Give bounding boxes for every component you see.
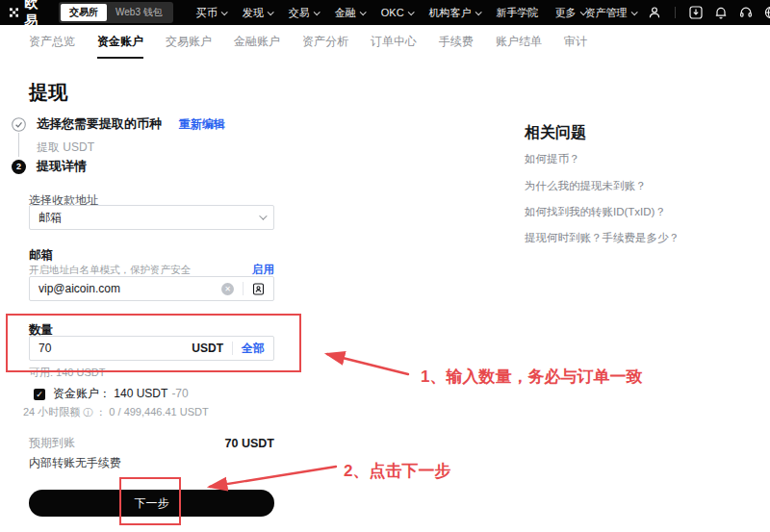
faq-item-find-txid[interactable]: 如何找到我的转账ID(TxID)？	[525, 205, 666, 219]
download-app-icon[interactable]	[689, 6, 703, 19]
subnav-fees[interactable]: 手续费	[439, 34, 474, 50]
currency-label: USDT	[192, 342, 223, 355]
nav-trade[interactable]: 交易	[289, 6, 319, 20]
faq-item-how-to-withdraw[interactable]: 如何提币？	[525, 152, 580, 166]
step2-label: 提现详情	[37, 158, 87, 175]
nav-discover[interactable]: 发现	[243, 6, 272, 20]
whitelist-hint: 开启地址白名单模式，保护资产安全	[29, 264, 191, 277]
subnav-trading-account[interactable]: 交易账户	[166, 34, 212, 50]
address-type-value: 邮箱	[38, 210, 62, 226]
topbar-divider	[675, 7, 676, 18]
nav-finance[interactable]: 金融	[335, 6, 365, 20]
max-amount-link[interactable]: 全部	[242, 341, 265, 357]
annotation-note-2: 2、点击下一步	[344, 460, 450, 482]
topbar-right: 资产管理	[585, 6, 770, 20]
chevron-down-icon	[359, 9, 366, 15]
input-divider	[232, 342, 233, 355]
amount-input-box: USDT 全部	[29, 336, 274, 361]
daily-limit-row: 24 小时限额 ⓘ ： 0 / 499,446.41 USDT	[23, 405, 209, 419]
topbar-menu: 买币 发现 交易 金融 OKC 机构客户 新手学院 更多	[196, 6, 585, 20]
toggle-web3-wallet[interactable]: Web3 钱包	[107, 4, 171, 21]
address-type-select[interactable]: 邮箱	[29, 205, 274, 230]
available-balance: 可用: 140 USDT	[29, 366, 105, 380]
expected-arrival-value: 70 USDT	[225, 437, 274, 450]
chevron-down-icon	[475, 9, 481, 15]
expected-arrival-row: 预期到账 70 USDT	[29, 435, 274, 451]
subnav-funding-account[interactable]: 资金账户	[97, 34, 143, 50]
nav-academy[interactable]: 新手学院	[497, 6, 539, 20]
support-headset-icon[interactable]	[739, 6, 753, 19]
step2-row: 2 提现详情	[12, 158, 87, 175]
language-globe-icon[interactable]	[764, 6, 770, 19]
annotation-note-1: 1、输入数量，务必与订单一致	[421, 366, 642, 388]
step1-check-circle-icon	[12, 117, 26, 132]
step1-summary: 提取 USDT	[37, 139, 94, 156]
whitelist-hint-row: 开启地址白名单模式，保护资产安全 启用	[29, 263, 274, 277]
annotation-arrow-2	[210, 467, 336, 487]
info-icon[interactable]: ⓘ	[83, 406, 92, 419]
input-divider	[243, 282, 244, 295]
email-label: 邮箱	[29, 247, 53, 264]
amount-input[interactable]	[38, 342, 192, 355]
nav-asset-management[interactable]: 资产管理	[585, 6, 636, 20]
subnav-finance-account[interactable]: 金融账户	[234, 34, 280, 50]
chevron-down-icon	[259, 212, 267, 219]
daily-limit-label: 24 小时限额	[23, 405, 80, 419]
subnav-asset-analysis[interactable]: 资产分析	[302, 34, 348, 50]
subnav-account-statement[interactable]: 账户结单	[496, 34, 542, 50]
toggle-exchange[interactable]: 交易所	[61, 4, 107, 21]
nav-buy-crypto[interactable]: 买币	[196, 6, 226, 20]
clear-input-icon[interactable]: ✕	[221, 283, 234, 295]
user-icon[interactable]	[648, 6, 661, 19]
chevron-down-icon	[267, 9, 273, 15]
nav-okc[interactable]: OKC	[381, 7, 413, 18]
okx-logo-icon	[10, 6, 18, 19]
asset-subnav: 资产总览 资金账户 交易账户 金融账户 资产分析 订单中心 手续费 账户结单 审…	[0, 25, 770, 58]
re-edit-link[interactable]: 重新编辑	[179, 116, 225, 133]
nav-more[interactable]: 更多	[555, 6, 585, 20]
step-connector	[18, 133, 19, 157]
annotation-arrow-1	[327, 354, 408, 374]
chevron-down-icon	[407, 9, 414, 15]
next-step-button[interactable]: 下一步	[29, 490, 274, 517]
daily-limit-value: ： 0 / 499,446.41 USDT	[95, 405, 208, 419]
address-book-icon[interactable]	[252, 283, 265, 295]
top-navbar: 欧易 交易所 Web3 钱包 买币 发现 交易 金融 OKC 机构客户 新手学院…	[0, 0, 770, 25]
chevron-down-icon	[313, 9, 320, 15]
nav-institutional[interactable]: 机构客户	[429, 6, 480, 20]
step1-row: 选择您需要提取的币种 重新编辑	[12, 115, 225, 133]
subnav-audit[interactable]: 审计	[564, 34, 587, 50]
faq-item-withdrawal-not-arrived[interactable]: 为什么我的提现未到账？	[525, 179, 647, 193]
account-delta: -70	[171, 387, 188, 400]
chevron-down-icon	[220, 9, 227, 15]
subnav-order-center[interactable]: 订单中心	[371, 34, 417, 50]
okx-withdraw-page: 欧易 交易所 Web3 钱包 买币 发现 交易 金融 OKC 机构客户 新手学院…	[0, 0, 770, 532]
faq-item-arrival-time-fees[interactable]: 提现何时到账？手续费是多少？	[525, 231, 680, 245]
subnav-asset-overview[interactable]: 资产总览	[29, 34, 75, 50]
enable-whitelist-link[interactable]: 启用	[252, 263, 274, 277]
funding-account-checkbox[interactable]: ✓	[34, 389, 45, 400]
product-toggle: 交易所 Web3 钱包	[59, 2, 173, 23]
fee-note: 内部转账无手续费	[29, 455, 121, 471]
funding-account-row: ✓ 资金账户： 140 USDT-70	[34, 386, 189, 402]
page-title: 提现	[29, 80, 67, 106]
email-input-box: ✕	[29, 276, 274, 301]
chevron-down-icon	[630, 9, 637, 15]
funding-account-text: 资金账户： 140 USDT-70	[53, 386, 189, 402]
step1-label: 选择您需要提取的币种	[37, 115, 162, 133]
step2-badge: 2	[12, 160, 26, 174]
email-input[interactable]	[38, 282, 221, 295]
faq-title: 相关问题	[525, 123, 586, 143]
notifications-bell-icon[interactable]	[714, 6, 728, 19]
expected-arrival-label: 预期到账	[29, 435, 75, 451]
